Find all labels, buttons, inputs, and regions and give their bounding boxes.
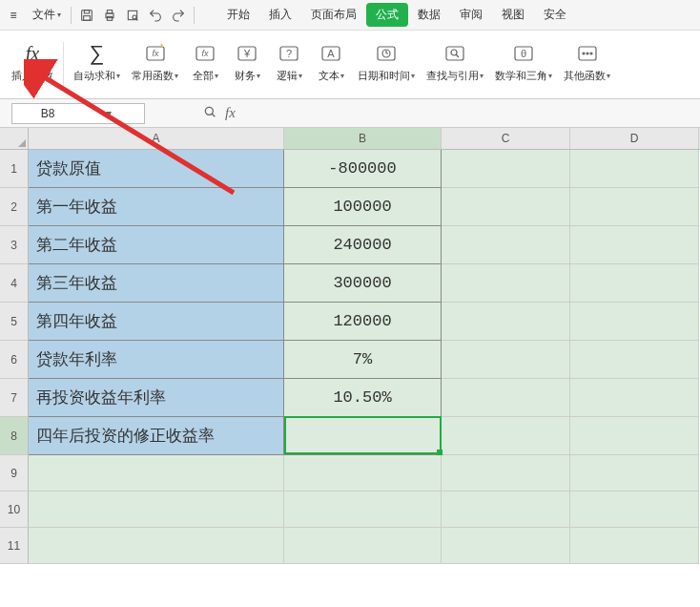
cell-A3[interactable]: 第二年收益 [29, 226, 284, 264]
cell-D10[interactable] [570, 492, 699, 528]
cell-D3[interactable] [570, 226, 699, 264]
recent-functions-button[interactable]: fx 常用函数▾ [126, 38, 184, 92]
cell-D1[interactable] [570, 150, 699, 188]
all-functions-button[interactable]: fx 全部▾ [184, 38, 226, 92]
tab-formula[interactable]: 公式 [366, 3, 408, 27]
table-row: 4 第三年收益 300000 [0, 264, 700, 303]
print-preview-icon[interactable] [121, 4, 144, 27]
row-header-4[interactable]: 4 [0, 264, 29, 303]
cell-A8[interactable]: 四年后投资的修正收益率 [29, 417, 284, 455]
cell-D9[interactable] [570, 455, 699, 492]
cell-D7[interactable] [570, 379, 699, 417]
row-header-10[interactable]: 10 [0, 492, 29, 528]
col-header-D[interactable]: D [570, 128, 699, 149]
row-header-2[interactable]: 2 [0, 188, 29, 226]
row-header-1[interactable]: 1 [0, 150, 29, 188]
insert-function-button[interactable]: fx 插入函数 [6, 38, 59, 92]
menubar: ≡ 文件 ▾ 开始 插入 页面布局 公式 数据 审阅 视图 安全 [0, 0, 700, 31]
cell-A6[interactable]: 贷款年利率 [29, 341, 284, 379]
logical-button[interactable]: ? 逻辑▾ [268, 38, 310, 92]
menu-icon[interactable]: ≡ [4, 6, 23, 25]
table-row: 2 第一年收益 100000 [0, 188, 700, 226]
cell-B8[interactable] [284, 417, 442, 455]
math-trig-button[interactable]: θ 数学和三角▾ [489, 38, 558, 92]
namebox[interactable]: B8 ▾ [11, 103, 145, 124]
row-header-9[interactable]: 9 [0, 455, 29, 492]
lookup-button[interactable]: 查找与引用▾ [421, 38, 489, 92]
row-header-11[interactable]: 11 [0, 528, 29, 564]
row-header-3[interactable]: 3 [0, 226, 29, 264]
cell-A10[interactable] [29, 492, 284, 528]
cell-A5[interactable]: 第四年收益 [29, 303, 284, 341]
financial-button[interactable]: ¥ 财务▾ [226, 38, 268, 92]
cell-D5[interactable] [570, 303, 699, 341]
col-header-C[interactable]: C [442, 128, 570, 149]
svg-rect-1 [84, 10, 89, 12]
cell-C11[interactable] [442, 528, 570, 564]
cell-B10[interactable] [284, 492, 442, 528]
cell-B4[interactable]: 300000 [284, 264, 442, 303]
row-header-6[interactable]: 6 [0, 341, 29, 379]
tab-view[interactable]: 视图 [492, 3, 534, 27]
select-all-corner[interactable] [0, 128, 29, 149]
row-header-8[interactable]: 8 [0, 417, 29, 455]
cell-D6[interactable] [570, 341, 699, 379]
fn-clock-icon [373, 40, 400, 67]
cell-B6[interactable]: 7% [284, 341, 442, 379]
text-button[interactable]: A 文本▾ [310, 38, 352, 92]
cell-C3[interactable] [442, 226, 570, 264]
cell-D2[interactable] [570, 188, 699, 226]
tab-insert[interactable]: 插入 [259, 3, 301, 27]
cell-D8[interactable] [570, 417, 699, 455]
cell-C9[interactable] [442, 455, 570, 492]
undo-icon[interactable] [144, 4, 167, 27]
cell-C5[interactable] [442, 303, 570, 341]
print-icon[interactable] [98, 4, 121, 27]
tab-layout[interactable]: 页面布局 [301, 3, 366, 27]
save-icon[interactable] [75, 4, 98, 27]
file-menu[interactable]: 文件 ▾ [27, 7, 67, 23]
cell-C8[interactable] [442, 417, 570, 455]
cell-B2[interactable]: 100000 [284, 188, 442, 226]
cell-A1[interactable]: 贷款原值 [29, 150, 284, 188]
tab-start[interactable]: 开始 [217, 3, 259, 27]
autosum-button[interactable]: ∑ 自动求和▾ [68, 38, 126, 92]
more-functions-button[interactable]: 其他函数▾ [558, 38, 616, 92]
divider [63, 42, 64, 88]
table-row: 11 [0, 528, 700, 564]
row-header-5[interactable]: 5 [0, 303, 29, 341]
cell-C1[interactable] [442, 150, 570, 188]
cell-A9[interactable] [29, 455, 284, 492]
tab-security[interactable]: 安全 [534, 3, 576, 27]
cell-C4[interactable] [442, 264, 570, 303]
cell-C10[interactable] [442, 492, 570, 528]
cell-B11[interactable] [284, 528, 442, 564]
cell-A2[interactable]: 第一年收益 [29, 188, 284, 226]
table-row: 7 再投资收益年利率 10.50% [0, 379, 700, 417]
col-header-A[interactable]: A [29, 128, 284, 149]
cell-B1[interactable]: -800000 [284, 150, 442, 188]
cell-A7[interactable]: 再投资收益年利率 [29, 379, 284, 417]
cell-A4[interactable]: 第三年收益 [29, 264, 284, 303]
col-header-B[interactable]: B [284, 128, 442, 149]
cell-A11[interactable] [29, 528, 284, 564]
cell-C6[interactable] [442, 341, 570, 379]
datetime-button[interactable]: 日期和时间▾ [352, 38, 421, 92]
fx-icon[interactable]: fx [225, 105, 236, 121]
row-header-7[interactable]: 7 [0, 379, 29, 417]
fn-theta-icon: θ [510, 40, 537, 67]
svg-text:A: A [327, 48, 335, 59]
cell-D11[interactable] [570, 528, 699, 564]
search-icon[interactable] [202, 104, 217, 122]
svg-rect-4 [107, 10, 112, 12]
tab-data[interactable]: 数据 [408, 3, 450, 27]
cell-B5[interactable]: 120000 [284, 303, 442, 341]
redo-icon[interactable] [167, 4, 190, 27]
cell-C2[interactable] [442, 188, 570, 226]
cell-B3[interactable]: 240000 [284, 226, 442, 264]
cell-B7[interactable]: 10.50% [284, 379, 442, 417]
cell-C7[interactable] [442, 379, 570, 417]
cell-B9[interactable] [284, 455, 442, 492]
cell-D4[interactable] [570, 264, 699, 303]
tab-review[interactable]: 审阅 [450, 3, 492, 27]
